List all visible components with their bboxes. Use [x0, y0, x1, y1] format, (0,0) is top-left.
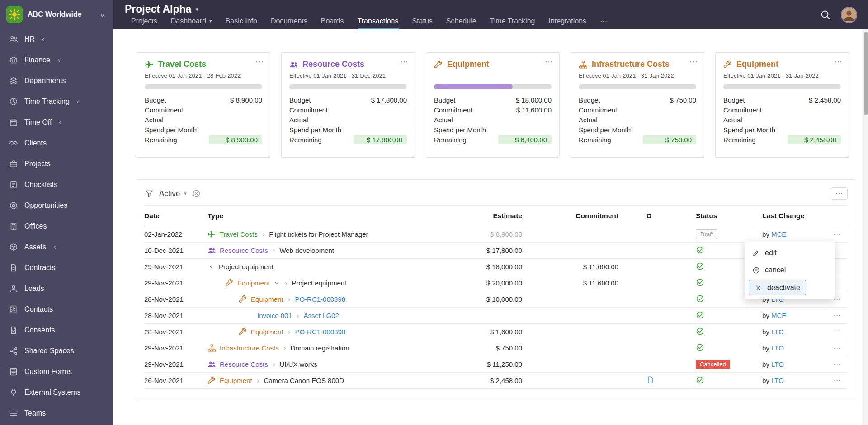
expander-chevron-down-icon[interactable]: [208, 263, 215, 271]
clear-filter-icon[interactable]: [192, 189, 201, 198]
user-initials-link[interactable]: MCE: [771, 312, 786, 319]
filter-dropdown[interactable]: Active ▾: [159, 189, 187, 198]
table-row[interactable]: 29-Nov-2021 Resource Costs › UI/UX works…: [144, 356, 848, 373]
sidebar-item-consents[interactable]: Consents: [0, 320, 113, 341]
sidebar-item-opportunities[interactable]: Opportunities: [0, 195, 113, 216]
row-actions-button[interactable]: ⋯: [827, 311, 848, 320]
project-title-dropdown[interactable]: Project Alpha ▾: [125, 3, 198, 15]
user-initials-link[interactable]: LTO: [771, 360, 784, 368]
sidebar-item-checklists[interactable]: Checklists: [0, 174, 113, 195]
sidebar-item-finance[interactable]: Finance ‹: [0, 50, 113, 70]
sidebar-item-departments[interactable]: Departments: [0, 70, 113, 91]
sidebar-item-contracts[interactable]: Contracts: [0, 257, 113, 278]
card-menu-button[interactable]: ⋯: [545, 57, 553, 67]
transaction-type: Resource Costs: [220, 247, 268, 254]
invoice-link[interactable]: Invoice 001: [257, 312, 292, 319]
remaining-chip: $ 2,458.00: [788, 135, 841, 144]
date-cell: 10-Dec-2021: [144, 247, 208, 254]
context-menu-item-edit[interactable]: edit: [745, 244, 835, 262]
users-icon: [208, 246, 216, 255]
row-actions-button[interactable]: ⋯: [827, 327, 848, 336]
tab-integrations[interactable]: Integrations: [548, 17, 586, 29]
sidebar-item-offices[interactable]: Offices: [0, 216, 113, 237]
table-row[interactable]: 28-Nov-2021 Invoice 001 › Asset LG02 by …: [144, 308, 848, 324]
sidebar-item-external-systems[interactable]: External Systems: [0, 382, 113, 403]
sidebar-item-assets[interactable]: Assets ‹: [0, 237, 113, 257]
type-cell: Project equipment: [208, 263, 438, 271]
panel-menu-button[interactable]: ⋯: [831, 187, 848, 200]
card-menu-button[interactable]: ⋯: [834, 57, 843, 67]
asset-link[interactable]: Asset LG02: [303, 312, 339, 319]
approved-check-icon: [696, 343, 704, 352]
sidebar-item-shared-spaces[interactable]: Shared Spaces: [0, 341, 113, 361]
tab-documents[interactable]: Documents: [271, 17, 307, 29]
context-menu-item-deactivate[interactable]: deactivate: [749, 280, 806, 295]
x-icon: [755, 284, 762, 292]
tab-transactions[interactable]: Transactions: [358, 17, 399, 29]
sitemap-icon: [208, 344, 216, 352]
row-actions-button[interactable]: ⋯: [827, 360, 848, 369]
progress-bar: [145, 84, 262, 89]
table-row[interactable]: 29-Nov-2021 Equipment › Project equipmen…: [144, 275, 848, 291]
user-avatar[interactable]: [841, 7, 857, 23]
card-effective-dates: Effective 01-Jan-2021 - 31-Dec-2021: [289, 72, 407, 80]
user-initials-link[interactable]: LTO: [771, 344, 784, 352]
table-row[interactable]: 26-Nov-2021 Equipment › Camera Canon EOS…: [144, 373, 848, 389]
search-icon[interactable]: [820, 9, 831, 20]
purchase-order-link[interactable]: PO-RC1-000398: [295, 328, 345, 336]
sidebar-item-custom-forms[interactable]: Custom Forms: [0, 361, 113, 382]
table-row[interactable]: 29-Nov-2021 Infrastructure Costs › Domai…: [144, 340, 848, 356]
table-row[interactable]: 29-Nov-2021 Project equipment $ 18,000.0…: [144, 259, 848, 275]
user-initials-link[interactable]: LTO: [771, 377, 784, 384]
card-menu-button[interactable]: ⋯: [400, 57, 409, 67]
tab-time-tracking[interactable]: Time Tracking: [490, 17, 535, 29]
sidebar-item-hr[interactable]: HR ‹: [0, 29, 113, 50]
tab-status[interactable]: Status: [412, 17, 433, 29]
address-book-icon: [9, 305, 18, 314]
sidebar-collapse-button[interactable]: «: [99, 9, 107, 20]
project-tabs: Projects Dashboard▾ Basic Info Documents…: [131, 17, 859, 29]
context-menu-item-cancel[interactable]: cancel: [745, 262, 835, 279]
chevron-down-icon[interactable]: [274, 280, 280, 286]
card-menu-button[interactable]: ⋯: [255, 57, 264, 67]
sidebar-item-leads[interactable]: Leads: [0, 278, 113, 299]
card-menu-button[interactable]: ⋯: [689, 57, 698, 67]
row-actions-button[interactable]: ⋯: [827, 230, 848, 238]
table-row[interactable]: 10-Dec-2021 Resource Costs › Web develop…: [144, 243, 848, 259]
tab-basic-info[interactable]: Basic Info: [226, 17, 257, 29]
list-icon: [9, 409, 18, 418]
purchase-order-link[interactable]: PO-RC1-000398: [295, 295, 345, 303]
card-effective-dates: [434, 72, 552, 80]
status-cell: Cancelled: [687, 360, 756, 369]
sidebar-item-contacts[interactable]: Contacts: [0, 299, 113, 320]
tab-dashboard[interactable]: Dashboard▾: [171, 17, 212, 29]
attached-document-icon[interactable]: [646, 376, 655, 384]
chevron-left-icon: ‹: [59, 118, 61, 127]
sidebar-item-clients[interactable]: Clients: [0, 133, 113, 154]
user-initials-link[interactable]: LTO: [771, 328, 784, 336]
approved-check-icon: [696, 262, 704, 271]
tab-projects[interactable]: Projects: [131, 17, 157, 29]
sidebar-item-time-off[interactable]: Time Off ‹: [0, 112, 113, 133]
brand-header: ABC Worldwide «: [0, 0, 113, 29]
table-row[interactable]: 02-Jan-2022 Travel Costs › Flight ticket…: [144, 226, 848, 243]
tab-schedule[interactable]: Schedule: [446, 17, 476, 29]
user-initials-link[interactable]: MCE: [771, 230, 786, 238]
tab-boards[interactable]: Boards: [321, 17, 344, 29]
scrollbar-thumb[interactable]: [864, 32, 868, 115]
row-actions-button[interactable]: ⋯: [827, 376, 848, 385]
table-row[interactable]: 28-Nov-2021 Equipment › PO-RC1-000398 $ …: [144, 324, 848, 340]
tab-more-button[interactable]: ⋯: [600, 17, 607, 29]
estimate-cell: $ 750.00: [438, 344, 528, 352]
sidebar-item-projects[interactable]: Projects: [0, 154, 113, 174]
row-actions-button[interactable]: ⋯: [827, 344, 848, 352]
sidebar-item-time-tracking[interactable]: Time Tracking ‹: [0, 91, 113, 112]
approved-check-icon: [696, 327, 704, 336]
sidebar-item-teams[interactable]: Teams: [0, 403, 113, 424]
chevron-separator-icon: ›: [284, 279, 288, 288]
type-cell: Equipment › Project equipment: [208, 279, 438, 288]
type-cell: Equipment › PO-RC1-000398: [208, 295, 438, 304]
table-row[interactable]: 28-Nov-2021 Equipment › PO-RC1-000398 $ …: [144, 291, 848, 308]
date-cell: 29-Nov-2021: [144, 360, 208, 368]
last-change-cell: by LTO: [756, 344, 827, 352]
